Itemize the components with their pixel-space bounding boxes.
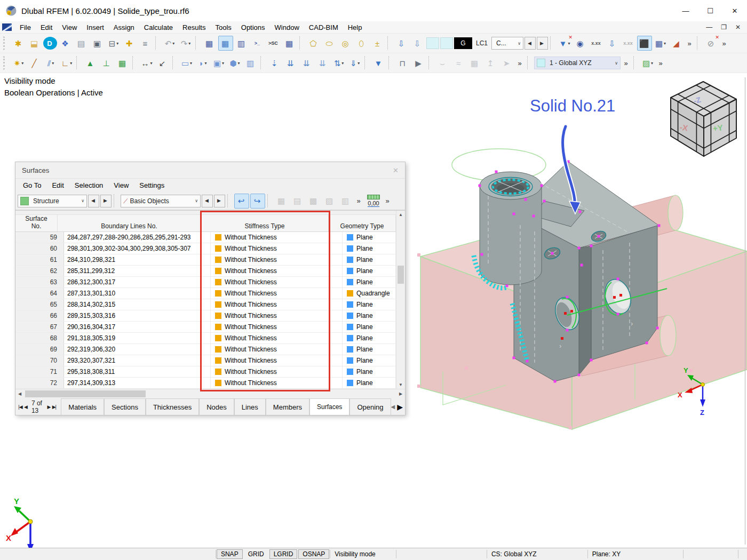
open-model-icon[interactable]: ⬓ — [27, 36, 42, 51]
status-work-plane[interactable]: Plane: XY — [588, 548, 683, 560]
result-diagram-icon[interactable]: ⌣ — [435, 55, 450, 70]
table-horizontal-scrollbar[interactable]: ◀ ▶ — [15, 389, 405, 398]
work-plane-icon[interactable]: ▨▾ — [640, 55, 655, 70]
new-node-icon[interactable]: ✷▾ — [11, 55, 26, 70]
table-tools-icon[interactable]: ▥ — [234, 36, 249, 51]
new-load-case-icon[interactable]: ⇓▾ — [347, 55, 362, 70]
more-table-chevron[interactable]: » — [354, 194, 364, 209]
edit-table-icon[interactable]: ▦ — [274, 194, 289, 209]
g-mode-button[interactable]: G — [454, 37, 472, 49]
undo-icon[interactable]: ↶▾ — [162, 36, 177, 51]
table-row[interactable]: 61 284,310,298,321 Without Thickness Pla… — [15, 254, 396, 266]
menu-item[interactable]: Results — [178, 21, 210, 33]
structure-prev-button[interactable]: ◀ — [88, 195, 99, 207]
table-row[interactable]: 65 288,314,302,315 Without Thickness Pla… — [15, 299, 396, 310]
category-prev-button[interactable]: ◀ — [202, 195, 213, 207]
table-tab[interactable]: Members — [266, 398, 309, 415]
select-lasso-icon[interactable]: ⬯ — [354, 36, 369, 51]
category-next-button[interactable]: ▶ — [214, 195, 225, 207]
scroll-right-icon[interactable]: ▶ — [396, 391, 405, 396]
report-icon[interactable]: ≡ — [138, 36, 153, 51]
menu-item[interactable]: CAD-BIM — [304, 21, 343, 33]
new-surface-load-icon[interactable]: ⇊ — [315, 55, 330, 70]
scroll-up-icon[interactable]: ▲ — [396, 211, 405, 219]
new-model-icon[interactable]: ✱ — [11, 36, 26, 51]
table-row[interactable]: 69 292,319,306,320 Without Thickness Pla… — [15, 344, 396, 355]
new-nurbs-surface-icon[interactable]: ◗▾ — [195, 55, 210, 70]
panel-menu-item[interactable]: Selection — [69, 179, 108, 192]
table-row[interactable]: 62 285,311,299,312 Without Thickness Pla… — [15, 266, 396, 277]
surfaces-panel[interactable]: Surfaces ✕ Go ToEditSelectionViewSetting… — [15, 162, 406, 415]
save-icon[interactable]: ▣ — [90, 36, 105, 51]
new-polyline-icon[interactable]: ∟▾ — [59, 55, 74, 70]
result-surfaces-icon[interactable]: ≈ — [451, 55, 466, 70]
table-row[interactable]: 71 295,318,308,311 Without Thickness Pla… — [15, 366, 396, 378]
new-line-icon[interactable]: ╱ — [27, 55, 42, 70]
new-line-support-icon[interactable]: ⊥ — [99, 55, 114, 70]
new-report-icon[interactable]: ✚ — [122, 36, 137, 51]
new-solid-icon[interactable]: ⬢▾ — [227, 55, 242, 70]
menu-item[interactable]: Window — [270, 21, 304, 33]
more-results-chevron[interactable]: » — [515, 55, 525, 70]
panel-menu-item[interactable]: Settings — [134, 179, 170, 192]
next-page-button[interactable]: ▶ — [46, 402, 51, 412]
structure-next-button[interactable]: ▶ — [100, 195, 112, 207]
header-boundary-lines[interactable]: Boundary Lines No. — [58, 215, 201, 231]
osnap-toggle[interactable]: OSNAP — [298, 549, 329, 559]
surfaces-panel-titlebar[interactable]: Surfaces ✕ — [15, 162, 405, 179]
model-blocks-icon[interactable]: ❖ — [58, 36, 73, 51]
row-options-icon[interactable]: ▥ — [338, 194, 353, 209]
select-polygon-icon[interactable]: ⬠ — [306, 36, 321, 51]
table-tab[interactable]: Opening — [349, 398, 391, 415]
display-grid-icon[interactable]: ▦▾ — [653, 36, 668, 51]
new-nodal-load-icon[interactable]: ⇣ — [267, 55, 282, 70]
structure-combo[interactable]: Structure∨ — [18, 195, 87, 207]
navigation-cube[interactable]: -X +Y -Z — [671, 82, 736, 156]
new-line-load-icon[interactable]: ⇊ — [299, 55, 314, 70]
add-row-icon[interactable]: ▩ — [306, 194, 321, 209]
menu-item[interactable]: Help — [343, 21, 367, 33]
more-panel-chevron[interactable]: » — [383, 194, 393, 209]
tabs-scroll-right-icon[interactable]: ▶ — [397, 403, 403, 411]
mdi-restore-icon[interactable]: ❐ — [721, 23, 727, 31]
assign-table-icon[interactable]: ↪ — [250, 194, 265, 209]
dimension-values-icon[interactable]: ↙ — [155, 55, 170, 70]
dlubal-d-icon[interactable]: D — [43, 37, 57, 50]
new-surface-icon[interactable]: ▭▾ — [179, 55, 194, 70]
grid-toggle[interactable]: GRID — [244, 549, 268, 559]
script-console-icon[interactable]: >SC — [266, 36, 281, 51]
menu-item[interactable]: Options — [236, 21, 270, 33]
first-page-button[interactable]: |◀ — [18, 402, 23, 412]
assign-pick-icon[interactable]: ↩ — [234, 194, 249, 209]
mdi-minimize-icon[interactable]: — — [706, 23, 712, 31]
status-coordinate-system[interactable]: CS: Global XYZ — [487, 548, 587, 560]
prev-page-button[interactable]: ◀ — [23, 402, 28, 412]
table-row[interactable]: 72 297,314,309,313 Without Thickness Pla… — [15, 378, 396, 389]
more-plane-chevron[interactable]: » — [656, 55, 666, 70]
menu-item[interactable]: Insert — [82, 21, 109, 33]
filter-loads-off-icon[interactable]: ▼▾✕ — [557, 36, 572, 51]
filter-objects-icon[interactable]: ▼ — [371, 55, 386, 70]
new-surface-support-icon[interactable]: ▦ — [115, 55, 130, 70]
dimension-icon[interactable]: ↔▾ — [139, 55, 154, 70]
load-case-combo[interactable]: C...∨ — [491, 37, 523, 50]
snap-toggle[interactable]: SNAP — [217, 549, 243, 559]
table-row[interactable]: 64 287,313,301,310 Without Thickness Qua… — [15, 288, 396, 299]
table-tab[interactable]: Nodes — [199, 398, 234, 415]
table-row[interactable]: 59 284,287,297,288-290,286,285,295,291-2… — [15, 232, 396, 243]
table-vertical-scrollbar[interactable]: ▲ ▼ — [396, 211, 405, 389]
table-view-icon[interactable]: ▦ — [202, 36, 217, 51]
prev-load-case-button[interactable]: ◀ — [525, 37, 536, 50]
section-icon[interactable]: ➤ — [499, 55, 514, 70]
show-load-values-icon[interactable]: ⇩ — [605, 36, 620, 51]
panel-menu-item[interactable]: Edit — [46, 179, 69, 192]
cube-face-x-label[interactable]: -X — [679, 122, 689, 132]
basic-objects-combo[interactable]: ⟋Basic Objects∨ — [121, 195, 201, 207]
new-member-icon[interactable]: ⫽▾ — [43, 55, 58, 70]
new-block-icon[interactable]: ▥ — [243, 55, 258, 70]
table-tab[interactable]: Surfaces — [309, 398, 349, 415]
select-plus-minus-icon[interactable]: ± — [370, 36, 385, 51]
animation-icon[interactable]: ▶ — [411, 55, 426, 70]
new-nodal-support-icon[interactable]: ▲ — [83, 55, 98, 70]
panel-menu-item[interactable]: Go To — [18, 179, 46, 192]
